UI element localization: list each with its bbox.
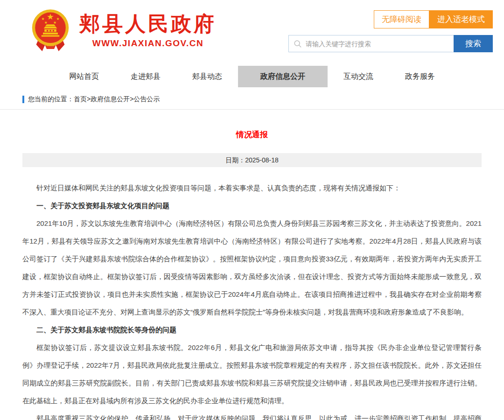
accessibility-reading-button[interactable]: 无障碍阅读 <box>374 10 429 28</box>
article-title: 情况通报 <box>22 129 482 140</box>
closing-paragraph: 郏县高度重视三苏文化的保护、传承和弘扬。对于此次媒体反映的问题，我们将认真反思、… <box>22 410 482 420</box>
breadcrumb-label: 您当前的位置： <box>28 95 74 104</box>
nav-item-about[interactable]: 走进郏县 <box>115 66 176 87</box>
svg-text:★: ★ <box>53 21 56 25</box>
svg-text:★: ★ <box>47 12 54 21</box>
national-emblem-icon: ★ ★ ★ ★ ★ <box>28 7 73 54</box>
breadcrumb: 您当前的位置： 首页>政府信息公开>公告公示 <box>22 93 504 105</box>
nav-item-home[interactable]: 网站首页 <box>53 66 115 87</box>
svg-text:★: ★ <box>44 21 48 25</box>
elder-mode-button[interactable]: 进入适老模式 <box>429 10 493 28</box>
section2-heading: 二、关于苏文郏县东坡书院院长等身份的问题 <box>22 321 482 339</box>
article-body: 针对近日媒体和网民关注的郏县东坡文化投资项目等问题，本着实事求是、认真负责的态度… <box>22 179 482 420</box>
search-box <box>288 35 454 52</box>
site-title: 郏县人民政府 <box>79 12 217 36</box>
article-date: 日期：2025-08-18 <box>22 153 482 167</box>
site-url: WWW.JIAXIAN.GOV.CN <box>92 38 203 49</box>
breadcrumb-path[interactable]: 首页>政府信息公开>公告公示 <box>74 95 160 104</box>
section2-paragraph: 框架协议签订后，苏文提议设立郏县东坡书院。2022年6月，郏县文化广电和旅游局依… <box>22 339 482 410</box>
search-input[interactable] <box>306 40 449 48</box>
main-nav: 网站首页 走进郏县 郏县动态 政府信息公开 互动交流 政务服务 <box>0 63 504 91</box>
intro-paragraph: 针对近日媒体和网民关注的郏县东坡文化投资项目等问题，本着实事求是、认真负责的态度… <box>22 179 482 197</box>
nav-item-gov-info[interactable]: 政府信息公开 <box>238 66 328 87</box>
search-button[interactable]: 搜索 <box>454 35 493 52</box>
nav-item-services[interactable]: 政务服务 <box>389 66 451 87</box>
nav-item-news[interactable]: 郏县动态 <box>176 66 238 87</box>
svg-text:★: ★ <box>56 17 59 21</box>
site-header: ★ ★ ★ ★ ★ 郏县人民政府 WWW.JIAXIAN.GOV.CN 无障碍阅… <box>0 0 504 60</box>
search-icon <box>294 40 302 48</box>
breadcrumb-marker <box>22 96 24 103</box>
section1-heading: 一、关于苏文投资郏县东坡文化项目的问题 <box>22 197 482 215</box>
divider <box>0 109 504 110</box>
nav-item-interaction[interactable]: 互动交流 <box>328 66 389 87</box>
section1-paragraph: 2021年10月，苏文以东坡先生教育培训中心（海南经济特区）有限公司总负责人身份… <box>22 215 482 321</box>
article: 情况通报 日期：2025-08-18 针对近日媒体和网民关注的郏县东坡文化投资项… <box>22 129 482 420</box>
site-logo[interactable]: ★ ★ ★ ★ ★ 郏县人民政府 WWW.JIAXIAN.GOV.CN <box>28 6 217 55</box>
